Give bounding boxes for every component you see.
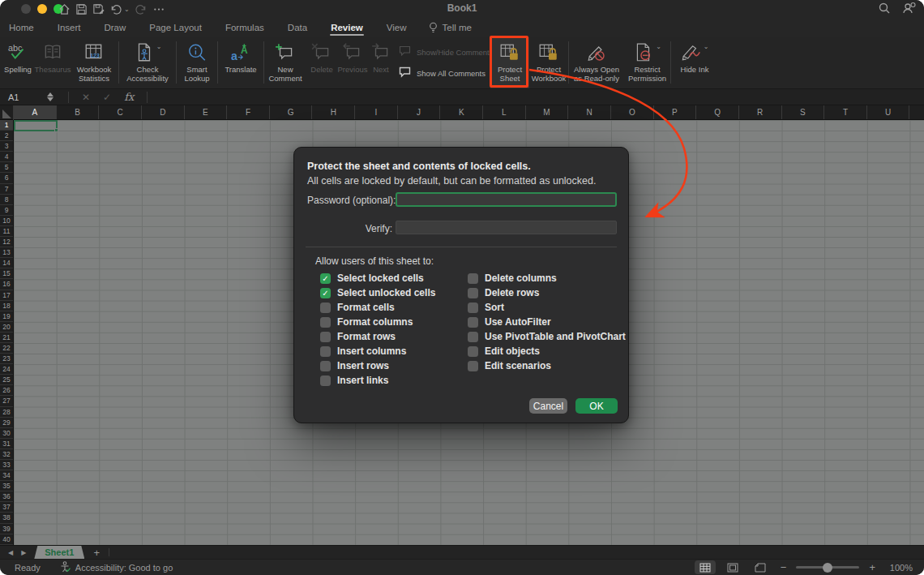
sheet-tab-sheet1[interactable]: Sheet1: [34, 546, 84, 559]
permission-sort[interactable]: Sort: [468, 300, 626, 315]
formula-input[interactable]: [154, 89, 924, 105]
hide-ink-button[interactable]: ⌄Hide Ink: [671, 37, 718, 88]
column-header-m[interactable]: M: [526, 105, 569, 119]
tab-home[interactable]: Home: [8, 19, 35, 36]
cancel-entry-icon[interactable]: ✕: [82, 92, 90, 103]
column-header-u[interactable]: U: [867, 105, 910, 119]
next-sheet-icon[interactable]: ▶: [21, 549, 26, 556]
row-header-20[interactable]: 20: [0, 322, 13, 333]
checked-checkbox-icon[interactable]: ✓: [320, 288, 331, 298]
row-header-29[interactable]: 29: [0, 418, 13, 428]
tell-me-button[interactable]: Tell me: [429, 22, 471, 33]
column-header-k[interactable]: K: [440, 105, 483, 119]
unchecked-checkbox-icon[interactable]: [468, 346, 478, 357]
permission-delete-rows[interactable]: Delete rows: [468, 285, 626, 300]
row-header-4[interactable]: 4: [0, 152, 13, 162]
unchecked-checkbox-icon[interactable]: [468, 317, 478, 328]
row-header-38[interactable]: 38: [0, 513, 13, 523]
column-header-r[interactable]: R: [739, 105, 782, 119]
row-header-17[interactable]: 17: [0, 290, 13, 301]
confirm-entry-icon[interactable]: ✓: [103, 92, 111, 103]
page-break-view-button[interactable]: [750, 560, 771, 574]
permission-edit-objects[interactable]: Edit objects: [468, 344, 626, 358]
insert-function-icon[interactable]: fx: [124, 91, 134, 103]
column-header-b[interactable]: B: [57, 105, 100, 119]
column-header-s[interactable]: S: [782, 105, 825, 119]
column-header-f[interactable]: F: [227, 105, 270, 119]
row-header-32[interactable]: 32: [0, 449, 13, 460]
permission-insert-columns[interactable]: Insert columns: [320, 344, 435, 358]
row-header-21[interactable]: 21: [0, 333, 13, 343]
row-header-28[interactable]: 28: [0, 407, 13, 418]
permission-edit-scenarios[interactable]: Edit scenarios: [468, 358, 626, 373]
tab-insert[interactable]: Insert: [57, 19, 82, 36]
column-header-h[interactable]: H: [312, 105, 355, 119]
zoom-slider-thumb[interactable]: [823, 563, 832, 573]
column-header-p[interactable]: P: [654, 105, 697, 119]
restrict-permission-button[interactable]: ⌄Restrict Permission: [624, 37, 670, 88]
spelling-button[interactable]: abcSpelling: [0, 37, 36, 88]
checked-checkbox-icon[interactable]: ✓: [320, 273, 331, 284]
permission-select-unlocked-cells[interactable]: ✓Select unlocked cells: [320, 285, 435, 300]
row-header-7[interactable]: 7: [0, 184, 13, 195]
column-header-t[interactable]: T: [824, 105, 867, 119]
permission-use-autofilter[interactable]: Use AutoFilter: [468, 315, 626, 329]
unchecked-checkbox-icon[interactable]: [320, 346, 331, 357]
row-header-11[interactable]: 11: [0, 226, 13, 237]
unchecked-checkbox-icon[interactable]: [468, 361, 478, 371]
row-header-24[interactable]: 24: [0, 364, 13, 375]
workbook-statistics-button[interactable]: 123Workbook Statistics: [70, 37, 118, 88]
always-open-as-read-only-button[interactable]: Always Open as Read-only: [569, 37, 624, 88]
row-header-12[interactable]: 12: [0, 237, 13, 247]
delete-comment-button[interactable]: Delete: [306, 37, 337, 88]
column-header-e[interactable]: E: [185, 105, 228, 119]
column-header-o[interactable]: O: [611, 105, 654, 119]
thesaurus-button[interactable]: Thesaurus: [36, 37, 70, 88]
row-header-33[interactable]: 33: [0, 460, 13, 470]
row-header-6[interactable]: 6: [0, 173, 13, 183]
translate-button[interactable]: AaTranslate: [218, 37, 263, 88]
name-box-stepper[interactable]: [47, 92, 53, 101]
ok-button[interactable]: OK: [575, 398, 618, 414]
row-header-40[interactable]: 40: [0, 534, 13, 545]
verify-field[interactable]: [396, 221, 617, 234]
permission-format-cells[interactable]: Format cells: [320, 300, 435, 315]
cancel-button[interactable]: Cancel: [529, 398, 567, 414]
column-header-n[interactable]: N: [568, 105, 611, 119]
unchecked-checkbox-icon[interactable]: [320, 303, 331, 313]
row-header-27[interactable]: 27: [0, 396, 13, 406]
permission-insert-links[interactable]: Insert links: [320, 373, 435, 388]
unchecked-checkbox-icon[interactable]: [320, 375, 331, 386]
permission-insert-rows[interactable]: Insert rows: [320, 358, 435, 373]
column-header-j[interactable]: J: [398, 105, 441, 119]
row-header-16[interactable]: 16: [0, 279, 13, 290]
previous-comment-button[interactable]: Previous: [337, 37, 368, 88]
permission-format-rows[interactable]: Format rows: [320, 329, 435, 344]
search-icon[interactable]: [878, 2, 891, 18]
tab-data[interactable]: Data: [287, 19, 308, 36]
row-header-14[interactable]: 14: [0, 258, 13, 268]
unchecked-checkbox-icon[interactable]: [320, 332, 331, 342]
row-header-1[interactable]: 1: [0, 120, 13, 131]
unchecked-checkbox-icon[interactable]: [468, 303, 478, 313]
tab-review[interactable]: Review: [330, 19, 364, 36]
unchecked-checkbox-icon[interactable]: [320, 317, 331, 328]
permission-format-columns[interactable]: Format columns: [320, 315, 435, 329]
row-header-15[interactable]: 15: [0, 268, 13, 279]
show-all-comments-button[interactable]: Show All Comments: [399, 67, 490, 81]
accessibility-status[interactable]: Accessibility: Good to go: [75, 563, 173, 573]
row-header-2[interactable]: 2: [0, 131, 13, 141]
tab-draw[interactable]: Draw: [103, 19, 126, 36]
column-header-i[interactable]: I: [355, 105, 398, 119]
row-header-31[interactable]: 31: [0, 439, 13, 449]
tab-formulas[interactable]: Formulas: [225, 19, 265, 36]
zoom-slider[interactable]: [796, 566, 859, 569]
column-header-q[interactable]: Q: [696, 105, 739, 119]
column-header-a[interactable]: A: [14, 105, 57, 119]
row-header-35[interactable]: 35: [0, 481, 13, 491]
permission-use-pivottable-and-pivotchart[interactable]: Use PivotTable and PivotChart: [468, 329, 626, 344]
show-hide-comment-button[interactable]: Show/Hide Comment: [399, 45, 490, 60]
tab-view[interactable]: View: [386, 19, 408, 36]
row-header-18[interactable]: 18: [0, 301, 13, 311]
unchecked-checkbox-icon[interactable]: [468, 273, 478, 284]
